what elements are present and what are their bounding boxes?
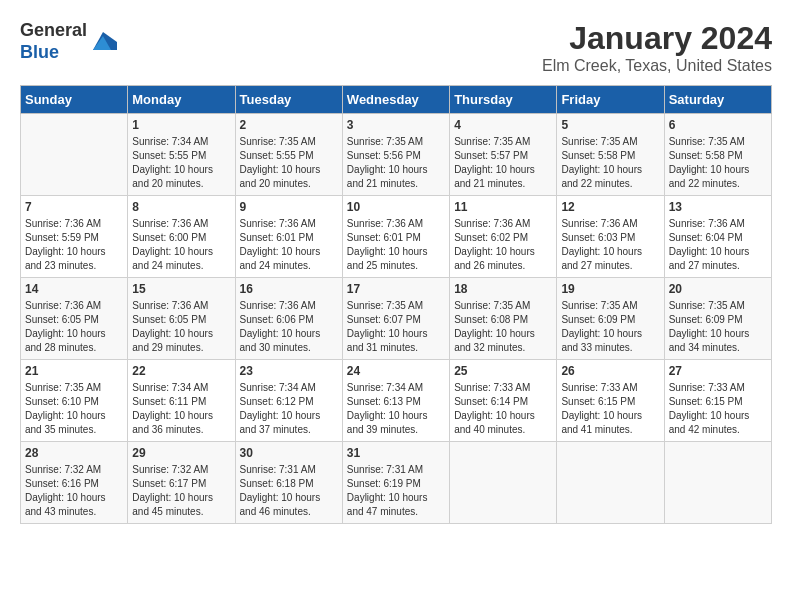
calendar-cell: 25Sunrise: 7:33 AMSunset: 6:14 PMDayligh… bbox=[450, 360, 557, 442]
logo: General Blue bbox=[20, 20, 117, 63]
day-info: Sunrise: 7:36 AMSunset: 6:00 PMDaylight:… bbox=[132, 217, 230, 273]
day-info: Sunrise: 7:32 AMSunset: 6:16 PMDaylight:… bbox=[25, 463, 123, 519]
day-number: 22 bbox=[132, 364, 230, 378]
calendar-cell: 30Sunrise: 7:31 AMSunset: 6:18 PMDayligh… bbox=[235, 442, 342, 524]
calendar-cell: 15Sunrise: 7:36 AMSunset: 6:05 PMDayligh… bbox=[128, 278, 235, 360]
day-number: 10 bbox=[347, 200, 445, 214]
calendar-table: SundayMondayTuesdayWednesdayThursdayFrid… bbox=[20, 85, 772, 524]
day-number: 12 bbox=[561, 200, 659, 214]
header-wednesday: Wednesday bbox=[342, 86, 449, 114]
week-row-4: 21Sunrise: 7:35 AMSunset: 6:10 PMDayligh… bbox=[21, 360, 772, 442]
calendar-cell: 14Sunrise: 7:36 AMSunset: 6:05 PMDayligh… bbox=[21, 278, 128, 360]
day-info: Sunrise: 7:33 AMSunset: 6:15 PMDaylight:… bbox=[669, 381, 767, 437]
day-number: 11 bbox=[454, 200, 552, 214]
day-number: 13 bbox=[669, 200, 767, 214]
day-number: 29 bbox=[132, 446, 230, 460]
day-number: 3 bbox=[347, 118, 445, 132]
calendar-cell: 7Sunrise: 7:36 AMSunset: 5:59 PMDaylight… bbox=[21, 196, 128, 278]
calendar-cell: 2Sunrise: 7:35 AMSunset: 5:55 PMDaylight… bbox=[235, 114, 342, 196]
calendar-cell: 20Sunrise: 7:35 AMSunset: 6:09 PMDayligh… bbox=[664, 278, 771, 360]
header-thursday: Thursday bbox=[450, 86, 557, 114]
day-number: 24 bbox=[347, 364, 445, 378]
day-info: Sunrise: 7:35 AMSunset: 6:08 PMDaylight:… bbox=[454, 299, 552, 355]
day-number: 8 bbox=[132, 200, 230, 214]
day-info: Sunrise: 7:34 AMSunset: 6:11 PMDaylight:… bbox=[132, 381, 230, 437]
day-number: 16 bbox=[240, 282, 338, 296]
day-number: 31 bbox=[347, 446, 445, 460]
week-row-5: 28Sunrise: 7:32 AMSunset: 6:16 PMDayligh… bbox=[21, 442, 772, 524]
header-monday: Monday bbox=[128, 86, 235, 114]
day-number: 4 bbox=[454, 118, 552, 132]
day-number: 21 bbox=[25, 364, 123, 378]
day-info: Sunrise: 7:36 AMSunset: 6:01 PMDaylight:… bbox=[347, 217, 445, 273]
calendar-cell: 17Sunrise: 7:35 AMSunset: 6:07 PMDayligh… bbox=[342, 278, 449, 360]
day-info: Sunrise: 7:35 AMSunset: 5:57 PMDaylight:… bbox=[454, 135, 552, 191]
day-info: Sunrise: 7:35 AMSunset: 5:55 PMDaylight:… bbox=[240, 135, 338, 191]
day-info: Sunrise: 7:33 AMSunset: 6:15 PMDaylight:… bbox=[561, 381, 659, 437]
week-row-3: 14Sunrise: 7:36 AMSunset: 6:05 PMDayligh… bbox=[21, 278, 772, 360]
day-info: Sunrise: 7:31 AMSunset: 6:19 PMDaylight:… bbox=[347, 463, 445, 519]
calendar-cell: 21Sunrise: 7:35 AMSunset: 6:10 PMDayligh… bbox=[21, 360, 128, 442]
day-number: 15 bbox=[132, 282, 230, 296]
day-number: 30 bbox=[240, 446, 338, 460]
day-number: 9 bbox=[240, 200, 338, 214]
calendar-cell: 8Sunrise: 7:36 AMSunset: 6:00 PMDaylight… bbox=[128, 196, 235, 278]
header-tuesday: Tuesday bbox=[235, 86, 342, 114]
day-info: Sunrise: 7:35 AMSunset: 6:09 PMDaylight:… bbox=[561, 299, 659, 355]
day-number: 1 bbox=[132, 118, 230, 132]
main-title: January 2024 bbox=[542, 20, 772, 57]
header-friday: Friday bbox=[557, 86, 664, 114]
page-header: General Blue January 2024 Elm Creek, Tex… bbox=[20, 20, 772, 75]
calendar-cell: 26Sunrise: 7:33 AMSunset: 6:15 PMDayligh… bbox=[557, 360, 664, 442]
header-saturday: Saturday bbox=[664, 86, 771, 114]
day-info: Sunrise: 7:36 AMSunset: 6:03 PMDaylight:… bbox=[561, 217, 659, 273]
logo-icon bbox=[89, 28, 117, 56]
calendar-cell: 31Sunrise: 7:31 AMSunset: 6:19 PMDayligh… bbox=[342, 442, 449, 524]
title-block: January 2024 Elm Creek, Texas, United St… bbox=[542, 20, 772, 75]
day-info: Sunrise: 7:36 AMSunset: 6:05 PMDaylight:… bbox=[25, 299, 123, 355]
day-number: 17 bbox=[347, 282, 445, 296]
day-info: Sunrise: 7:34 AMSunset: 6:13 PMDaylight:… bbox=[347, 381, 445, 437]
calendar-cell: 23Sunrise: 7:34 AMSunset: 6:12 PMDayligh… bbox=[235, 360, 342, 442]
day-info: Sunrise: 7:36 AMSunset: 6:05 PMDaylight:… bbox=[132, 299, 230, 355]
day-info: Sunrise: 7:32 AMSunset: 6:17 PMDaylight:… bbox=[132, 463, 230, 519]
day-number: 27 bbox=[669, 364, 767, 378]
calendar-cell bbox=[21, 114, 128, 196]
day-info: Sunrise: 7:33 AMSunset: 6:14 PMDaylight:… bbox=[454, 381, 552, 437]
calendar-cell: 6Sunrise: 7:35 AMSunset: 5:58 PMDaylight… bbox=[664, 114, 771, 196]
day-number: 6 bbox=[669, 118, 767, 132]
calendar-cell: 18Sunrise: 7:35 AMSunset: 6:08 PMDayligh… bbox=[450, 278, 557, 360]
day-info: Sunrise: 7:31 AMSunset: 6:18 PMDaylight:… bbox=[240, 463, 338, 519]
day-number: 19 bbox=[561, 282, 659, 296]
day-info: Sunrise: 7:36 AMSunset: 5:59 PMDaylight:… bbox=[25, 217, 123, 273]
calendar-cell: 10Sunrise: 7:36 AMSunset: 6:01 PMDayligh… bbox=[342, 196, 449, 278]
calendar-cell: 28Sunrise: 7:32 AMSunset: 6:16 PMDayligh… bbox=[21, 442, 128, 524]
calendar-cell bbox=[450, 442, 557, 524]
logo-general-text: General bbox=[20, 20, 87, 40]
calendar-cell: 1Sunrise: 7:34 AMSunset: 5:55 PMDaylight… bbox=[128, 114, 235, 196]
day-info: Sunrise: 7:35 AMSunset: 5:58 PMDaylight:… bbox=[669, 135, 767, 191]
calendar-cell: 13Sunrise: 7:36 AMSunset: 6:04 PMDayligh… bbox=[664, 196, 771, 278]
day-number: 7 bbox=[25, 200, 123, 214]
day-number: 18 bbox=[454, 282, 552, 296]
day-info: Sunrise: 7:34 AMSunset: 6:12 PMDaylight:… bbox=[240, 381, 338, 437]
day-info: Sunrise: 7:36 AMSunset: 6:04 PMDaylight:… bbox=[669, 217, 767, 273]
header-sunday: Sunday bbox=[21, 86, 128, 114]
calendar-cell: 22Sunrise: 7:34 AMSunset: 6:11 PMDayligh… bbox=[128, 360, 235, 442]
week-row-2: 7Sunrise: 7:36 AMSunset: 5:59 PMDaylight… bbox=[21, 196, 772, 278]
calendar-cell: 11Sunrise: 7:36 AMSunset: 6:02 PMDayligh… bbox=[450, 196, 557, 278]
day-number: 26 bbox=[561, 364, 659, 378]
calendar-cell: 24Sunrise: 7:34 AMSunset: 6:13 PMDayligh… bbox=[342, 360, 449, 442]
day-number: 14 bbox=[25, 282, 123, 296]
day-info: Sunrise: 7:35 AMSunset: 6:07 PMDaylight:… bbox=[347, 299, 445, 355]
calendar-cell: 27Sunrise: 7:33 AMSunset: 6:15 PMDayligh… bbox=[664, 360, 771, 442]
calendar-cell: 3Sunrise: 7:35 AMSunset: 5:56 PMDaylight… bbox=[342, 114, 449, 196]
calendar-cell: 16Sunrise: 7:36 AMSunset: 6:06 PMDayligh… bbox=[235, 278, 342, 360]
calendar-cell: 9Sunrise: 7:36 AMSunset: 6:01 PMDaylight… bbox=[235, 196, 342, 278]
day-number: 23 bbox=[240, 364, 338, 378]
day-info: Sunrise: 7:35 AMSunset: 6:10 PMDaylight:… bbox=[25, 381, 123, 437]
calendar-cell: 4Sunrise: 7:35 AMSunset: 5:57 PMDaylight… bbox=[450, 114, 557, 196]
calendar-cell: 29Sunrise: 7:32 AMSunset: 6:17 PMDayligh… bbox=[128, 442, 235, 524]
subtitle: Elm Creek, Texas, United States bbox=[542, 57, 772, 75]
calendar-cell: 12Sunrise: 7:36 AMSunset: 6:03 PMDayligh… bbox=[557, 196, 664, 278]
